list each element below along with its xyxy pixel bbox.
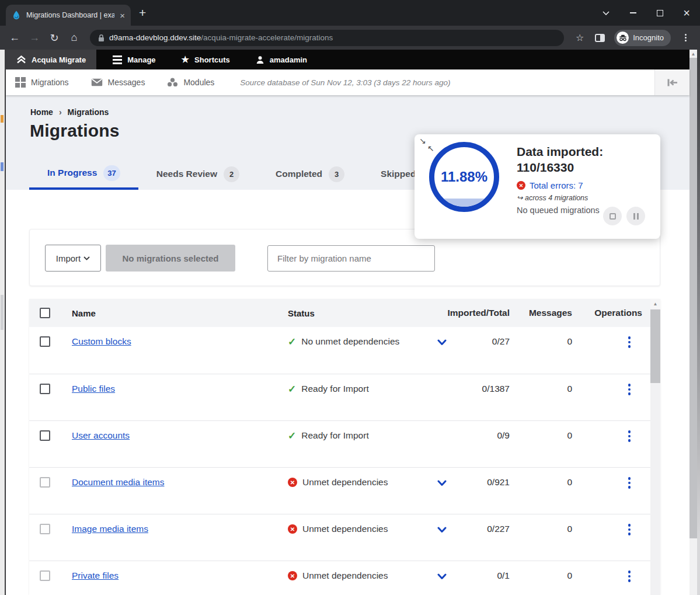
header-name[interactable]: Name bbox=[61, 308, 277, 318]
operations-kebab-icon[interactable] bbox=[628, 570, 631, 582]
table-row: Custom blocks ✓ No unmet dependencies 0/… bbox=[29, 327, 660, 374]
tab-completed[interactable]: Completed 3 bbox=[257, 158, 363, 190]
back-icon[interactable]: ← bbox=[6, 29, 23, 47]
table-scrollbar-thumb[interactable] bbox=[650, 309, 660, 383]
migration-name-link[interactable]: Image media items bbox=[72, 524, 148, 534]
operations-kebab-icon[interactable] bbox=[628, 430, 631, 442]
migration-name-link[interactable]: User accounts bbox=[72, 430, 130, 441]
toolbar-collapse-zone[interactable] bbox=[654, 69, 689, 95]
row-checkbox[interactable] bbox=[40, 430, 50, 441]
page-title: Migrations bbox=[30, 121, 120, 141]
toolbar-item-migrations[interactable]: Migrations bbox=[6, 77, 77, 88]
migration-name-link[interactable]: Private files bbox=[72, 570, 119, 581]
messages-cell: 0 bbox=[510, 336, 572, 347]
breadcrumb: Home › Migrations bbox=[30, 107, 109, 117]
pause-icon bbox=[633, 213, 639, 220]
import-dropdown-button[interactable]: Import bbox=[45, 245, 101, 272]
source-database-note: Source database of Sun Nov 12, 3:03 (3 d… bbox=[240, 78, 450, 87]
total-errors-link[interactable]: Total errors: 7 bbox=[530, 180, 583, 190]
modules-icon bbox=[167, 78, 178, 87]
toolbar-item-modules[interactable]: Modules bbox=[159, 78, 222, 87]
toolbar-item-user[interactable]: amadamin bbox=[246, 50, 316, 69]
select-all-checkbox[interactable] bbox=[40, 308, 50, 318]
row-checkbox[interactable] bbox=[40, 524, 50, 534]
close-button[interactable]: × bbox=[673, 0, 700, 26]
toolbar-item-label: Manage bbox=[127, 55, 155, 64]
tab-count-badge: 2 bbox=[224, 166, 239, 182]
grid-icon bbox=[15, 77, 26, 88]
browser-scrollbar-thumb[interactable] bbox=[689, 58, 697, 538]
row-checkbox[interactable] bbox=[40, 570, 50, 581]
operations-kebab-icon[interactable] bbox=[628, 477, 631, 489]
toolbar-item-messages[interactable]: Messages bbox=[83, 78, 154, 87]
status-chevron-icon[interactable] bbox=[437, 339, 447, 346]
status-chevron-icon[interactable] bbox=[437, 573, 447, 580]
stop-button[interactable] bbox=[603, 207, 622, 225]
browser-tab[interactable]: Migrations Dashboard | example × bbox=[6, 5, 131, 26]
import-label: Import bbox=[56, 253, 81, 263]
status-chevron-icon[interactable] bbox=[437, 480, 447, 486]
header-messages[interactable]: Messages bbox=[510, 308, 572, 318]
status-chevron-icon[interactable] bbox=[437, 527, 447, 533]
admin-toolbar: Acquia Migrate Manage ★ Shortcuts amadam… bbox=[6, 50, 689, 69]
toolbar-item-acquia-migrate[interactable]: Acquia Migrate bbox=[6, 50, 96, 69]
header-operations[interactable]: Operations bbox=[572, 308, 650, 318]
imported-total-cell: 0/921 bbox=[423, 477, 510, 488]
imported-total-cell: 0/227 bbox=[423, 524, 510, 534]
resize-corner-icons[interactable]: ↘↖ bbox=[419, 137, 426, 145]
migration-tabs: In Progress 37 Needs Review 2 Completed … bbox=[29, 158, 434, 190]
browser-scrollbar[interactable]: ▲ bbox=[689, 50, 697, 595]
tab-needs-review[interactable]: Needs Review 2 bbox=[138, 158, 257, 190]
toolbar-item-shortcuts[interactable]: ★ Shortcuts bbox=[172, 50, 239, 69]
browser-menu-icon[interactable] bbox=[677, 29, 694, 47]
bookmark-star-icon[interactable]: ☆ bbox=[571, 29, 588, 47]
status-error-icon: ✕ bbox=[288, 524, 297, 534]
migration-name-link[interactable]: Document media items bbox=[72, 477, 165, 488]
filter-input[interactable] bbox=[267, 245, 435, 272]
new-tab-button[interactable]: + bbox=[139, 6, 146, 20]
imported-total-cell: 0/1387 bbox=[423, 384, 510, 394]
operations-kebab-icon[interactable] bbox=[628, 336, 631, 348]
forward-icon[interactable]: → bbox=[26, 29, 43, 47]
side-panel-icon[interactable] bbox=[591, 29, 608, 47]
reload-icon[interactable]: ↻ bbox=[46, 29, 63, 47]
progress-fill bbox=[434, 199, 494, 207]
toolbar-item-label: Modules bbox=[183, 78, 214, 87]
toolbar-item-manage[interactable]: Manage bbox=[103, 50, 165, 69]
row-checkbox[interactable] bbox=[40, 384, 50, 394]
messages-cell: 0 bbox=[510, 570, 572, 581]
operations-kebab-icon[interactable] bbox=[628, 384, 631, 395]
status-check-icon: ✓ bbox=[288, 384, 296, 394]
minimize-button[interactable] bbox=[619, 0, 646, 26]
tab-in-progress[interactable]: In Progress 37 bbox=[29, 158, 138, 190]
incognito-badge: Incognito bbox=[614, 30, 671, 46]
migration-name-link[interactable]: Public files bbox=[72, 384, 115, 394]
arrow-nw-icon: ↖ bbox=[427, 144, 434, 152]
imported-total-cell: 0/27 bbox=[423, 336, 510, 347]
header-imported-total[interactable]: Imported/Total bbox=[423, 308, 510, 318]
tab-close-icon[interactable]: × bbox=[120, 11, 125, 20]
window-menu-chevron-icon[interactable] bbox=[593, 0, 619, 26]
url-path: /acquia-migrate-accelerate/migrations bbox=[201, 33, 333, 42]
maximize-button[interactable] bbox=[646, 0, 673, 26]
pause-button[interactable] bbox=[626, 207, 645, 225]
operations-kebab-icon[interactable] bbox=[628, 524, 631, 535]
scroll-up-icon[interactable]: ▲ bbox=[689, 50, 697, 58]
toolbar-item-label: Shortcuts bbox=[194, 55, 230, 64]
migrations-table: Name Status Imported/Total Messages Oper… bbox=[29, 299, 660, 595]
breadcrumb-home-link[interactable]: Home bbox=[30, 107, 53, 117]
collapse-left-icon bbox=[666, 78, 678, 87]
arrow-se-icon: ↘ bbox=[419, 136, 426, 145]
migration-name-link[interactable]: Custom blocks bbox=[72, 336, 131, 347]
double-chevron-up-icon bbox=[16, 55, 26, 64]
row-checkbox[interactable] bbox=[40, 477, 50, 488]
row-checkbox[interactable] bbox=[40, 336, 50, 347]
breadcrumb-current: Migrations bbox=[68, 107, 109, 117]
header-status[interactable]: Status bbox=[277, 308, 423, 318]
table-scrollbar[interactable]: ▲ bbox=[650, 299, 660, 595]
address-bar[interactable]: d9ama-ddevblog.ddev.site/acquia-migrate-… bbox=[90, 30, 564, 46]
scroll-up-icon[interactable]: ▲ bbox=[650, 299, 660, 309]
across-migrations-note: ↪ across 4 migrations bbox=[517, 193, 654, 202]
chevron-down-icon bbox=[83, 256, 90, 260]
home-icon[interactable]: ⌂ bbox=[65, 29, 83, 47]
